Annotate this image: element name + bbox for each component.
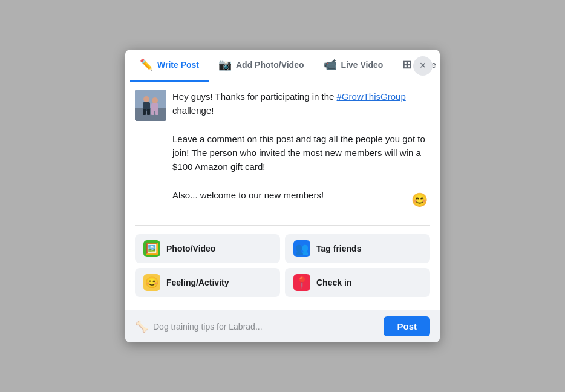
footer-context-text: Dog training tips for Labrad... bbox=[153, 322, 263, 332]
tab-live-video[interactable]: 📹 Live Video bbox=[314, 50, 393, 82]
tag-friends-label: Tag friends bbox=[316, 244, 361, 253]
post-area: Hey guys! Thanks for participating in th… bbox=[135, 90, 430, 223]
check-in-button[interactable]: 📍 Check in bbox=[285, 268, 430, 297]
feeling-icon: 😊 bbox=[143, 274, 160, 291]
post-hashtag: #GrowThisGroup bbox=[337, 91, 406, 102]
tab-write-post-label: Write Post bbox=[157, 60, 199, 70]
svg-rect-1 bbox=[135, 90, 166, 108]
post-text-paragraph2: Leave a comment on this post and tag all… bbox=[172, 134, 425, 172]
post-button[interactable]: Post bbox=[384, 316, 430, 336]
post-button-label: Post bbox=[397, 321, 417, 332]
close-icon: × bbox=[420, 59, 426, 72]
tab-write-post[interactable]: ✏️ Write Post bbox=[130, 50, 209, 82]
divider bbox=[135, 225, 430, 226]
post-text-challenge: challenge! bbox=[172, 105, 214, 116]
footer-context: 🦴 Dog training tips for Labrad... bbox=[135, 320, 376, 333]
modal-body: Hey guys! Thanks for participating in th… bbox=[125, 82, 440, 310]
avatar-image bbox=[135, 90, 166, 121]
svg-rect-9 bbox=[151, 109, 154, 115]
create-post-modal: ✏️ Write Post 📷 Add Photo/Video 📹 Live V… bbox=[125, 50, 440, 342]
tab-add-photo-label: Add Photo/Video bbox=[236, 60, 304, 70]
feeling-button[interactable]: 😊 Feeling/Activity bbox=[135, 268, 280, 297]
photo-video-button[interactable]: 🖼️ Photo/Video bbox=[135, 234, 280, 263]
video-icon: 📹 bbox=[324, 58, 337, 71]
tab-add-photo[interactable]: 📷 Add Photo/Video bbox=[209, 50, 314, 82]
pencil-icon: ✏️ bbox=[140, 58, 153, 71]
check-in-icon: 📍 bbox=[293, 274, 310, 291]
emoji-button[interactable]: 😊 bbox=[409, 190, 430, 211]
check-in-label: Check in bbox=[316, 278, 351, 287]
emoji-icon: 😊 bbox=[411, 192, 428, 207]
post-text-intro: Hey guys! Thanks for participating in th… bbox=[172, 91, 337, 102]
tag-friends-icon: 👥 bbox=[293, 240, 310, 257]
modal-footer: 🦴 Dog training tips for Labrad... Post bbox=[125, 310, 440, 342]
svg-rect-5 bbox=[143, 109, 146, 115]
avatar bbox=[135, 90, 166, 121]
dots-icon: ⊞ bbox=[402, 58, 411, 71]
tag-friends-button[interactable]: 👥 Tag friends bbox=[285, 234, 430, 263]
svg-point-3 bbox=[143, 96, 149, 102]
close-button[interactable]: × bbox=[413, 56, 433, 76]
svg-point-7 bbox=[152, 97, 158, 103]
photo-video-icon: 🖼️ bbox=[143, 240, 160, 257]
feeling-label: Feeling/Activity bbox=[166, 278, 229, 287]
tab-live-video-label: Live Video bbox=[341, 60, 384, 70]
tab-bar: ✏️ Write Post 📷 Add Photo/Video 📹 Live V… bbox=[125, 50, 440, 82]
svg-rect-6 bbox=[147, 109, 150, 115]
post-content: Hey guys! Thanks for participating in th… bbox=[172, 90, 430, 211]
bone-icon: 🦴 bbox=[135, 320, 148, 333]
photo-video-label: Photo/Video bbox=[166, 244, 215, 253]
post-text-paragraph3: Also... welcome to our new members! bbox=[172, 190, 324, 200]
svg-rect-10 bbox=[155, 109, 158, 115]
post-text-area[interactable]: Hey guys! Thanks for participating in th… bbox=[172, 90, 430, 211]
svg-rect-2 bbox=[135, 108, 166, 121]
camera-icon: 📷 bbox=[218, 58, 232, 71]
action-grid: 🖼️ Photo/Video 👥 Tag friends 😊 Feeling/A… bbox=[135, 228, 430, 303]
